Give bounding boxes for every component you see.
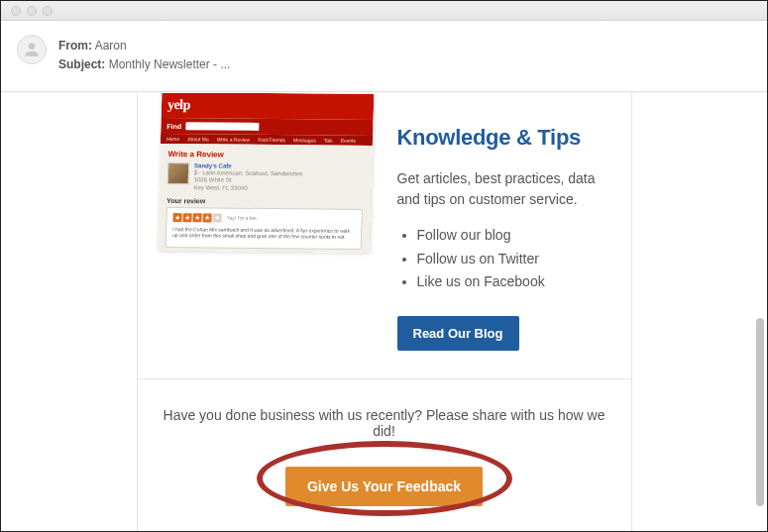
star-icon (212, 213, 221, 222)
window-minimize-icon[interactable] (27, 6, 37, 16)
yelp-find-input (185, 122, 259, 131)
subject-value: Monthly Newsletter - ... (109, 57, 231, 71)
list-item: Follow our blog (417, 224, 609, 248)
yelp-screenshot: yelp Find Home About Me Write a Review F… (157, 93, 374, 253)
subject-label: Subject: (58, 57, 105, 71)
business-addr2: Key West, FL 33040 (193, 184, 302, 192)
knowledge-intro: Get articles, best practices, data and t… (397, 168, 609, 210)
email-header-text: From: Aaron Subject: Monthly Newsletter … (58, 35, 230, 74)
from-label: From: (58, 39, 92, 53)
list-item: Like us on Facebook (417, 270, 609, 294)
list-item: Follow us on Twitter (417, 248, 609, 271)
from-line: From: Aaron (58, 37, 230, 55)
email-body: yelp Find Home About Me Write a Review F… (1, 93, 767, 531)
your-review-label: Your review (166, 197, 363, 206)
feedback-prompt: Have you done business with us recently?… (160, 407, 609, 439)
yelp-header: yelp (161, 93, 374, 120)
user-icon (22, 40, 42, 59)
yelp-nav-item: Home (165, 136, 179, 142)
subject-line: Subject: Monthly Newsletter - ... (58, 55, 230, 74)
business-thumb (166, 162, 189, 184)
window-close-icon[interactable] (11, 6, 21, 16)
star-icon (172, 213, 181, 222)
avatar (17, 35, 47, 64)
yelp-body: Write a Review Sandy's Cafe $ · Latin Am… (157, 144, 372, 253)
knowledge-section: yelp Find Home About Me Write a Review F… (138, 93, 631, 379)
review-box: Yay! I'm a fan. I had the Cuban Mix sand… (165, 207, 362, 250)
business-row: Sandy's Cafe $ · Latin American, Seafood… (166, 162, 364, 193)
yelp-nav-item: About Me (187, 136, 209, 142)
email-preview-window: From: Aaron Subject: Monthly Newsletter … (0, 0, 768, 532)
star-icon (182, 213, 191, 222)
window-zoom-icon[interactable] (43, 6, 53, 16)
yelp-nav-item: Write a Review (216, 136, 250, 142)
from-value: Aaron (95, 39, 127, 53)
review-text: I had the Cuban Mix sandwich and it was … (171, 226, 354, 241)
star-caption: Yay! I'm a fan. (226, 215, 258, 221)
vertical-scrollbar[interactable] (756, 318, 764, 506)
knowledge-list: Follow our blog Follow us on Twitter Lik… (397, 224, 609, 294)
knowledge-title: Knowledge & Tips (397, 125, 609, 151)
yelp-find-label: Find (166, 122, 181, 129)
yelp-nav-item: Find Friends (258, 137, 285, 143)
yelp-nav-item: Events (340, 138, 355, 144)
read-blog-button[interactable]: Read Our Blog (397, 316, 519, 351)
yelp-nav-item: Messages (292, 137, 315, 143)
star-icon (202, 213, 211, 222)
yelp-logo: yelp (166, 97, 189, 113)
feedback-button[interactable]: Give Us Your Feedback (285, 467, 483, 506)
yelp-nav-item: Talk (323, 138, 332, 144)
star-icon (192, 213, 201, 222)
window-titlebar (1, 1, 767, 21)
feedback-section: Have you done business with us recently?… (138, 379, 631, 531)
write-review-link: Write a Review (167, 150, 364, 160)
email-header: From: Aaron Subject: Monthly Newsletter … (1, 21, 767, 92)
star-rating: Yay! I'm a fan. (172, 213, 355, 224)
business-meta: Sandy's Cafe $ · Latin American, Seafood… (193, 162, 302, 192)
newsletter-frame: yelp Find Home About Me Write a Review F… (137, 93, 632, 531)
knowledge-column: Knowledge & Tips Get articles, best prac… (372, 99, 609, 351)
